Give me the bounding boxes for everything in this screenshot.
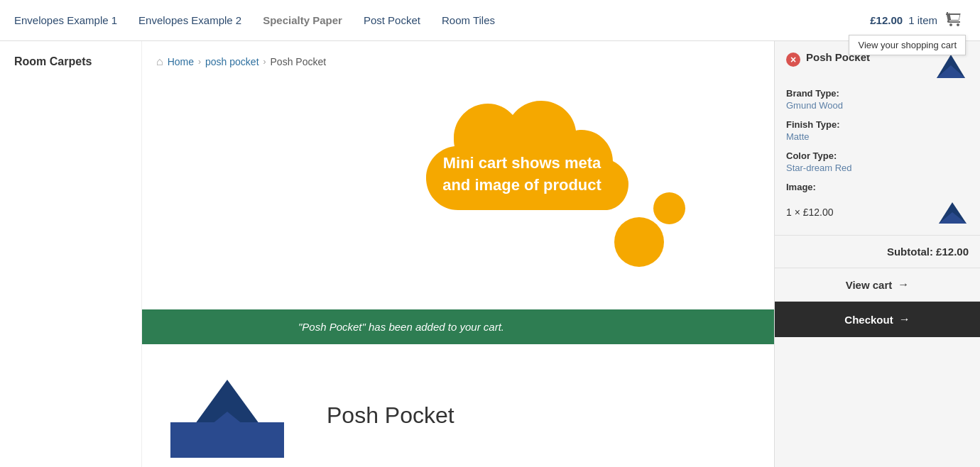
cart-icon-button[interactable] [943,8,966,33]
product-image-container [156,366,298,465]
main-layout: Room Carpets ⌂ Home › posh pocket › Posh… [0,41,980,467]
mini-cart-actions: View cart → Checkout → [775,268,980,337]
subtotal-label: Subtotal: [887,246,933,258]
sidebar-left: Room Carpets [0,41,142,467]
page-body: Room Carpets ⌂ Home › posh pocket › Posh… [0,41,774,467]
view-cart-label: View cart [846,279,893,291]
meta-color-row: Color Type: Star-dream Red [786,150,969,173]
meta-brand-label: Brand Type: [786,88,969,99]
nav-specialty-paper[interactable]: Specialty Paper [263,1,342,39]
breadcrumb-current: Posh Pocket [271,56,327,67]
sidebar-heading: Room Carpets [14,55,127,68]
cloud-shape: Mini cart shows meta and image of produc… [401,97,643,253]
meta-finish-value: Matte [786,131,969,142]
nav-envelopes2[interactable]: Envelopes Example 2 [138,1,241,39]
svg-rect-2 [170,422,284,458]
mini-cart-item-header: Posh Pocket [786,51,969,79]
meta-color-value: Star-dream Red [786,163,969,173]
breadcrumb-sep2: › [263,57,266,67]
checkout-label: Checkout [844,314,893,326]
cloud-text: Mini cart shows meta and image of produc… [430,153,614,197]
product-title: Posh Pocket [327,366,760,465]
top-nav: Envelopes Example 1 Envelopes Example 2 … [0,0,980,41]
checkout-arrow: → [899,313,910,326]
breadcrumb: ⌂ Home › posh pocket › Posh Pocket [142,41,774,75]
subtotal-value: £12.00 [936,246,969,258]
nav-room-tiles[interactable]: Room Tiles [442,1,495,39]
bubble-small [653,192,685,224]
cart-tooltip: View your shopping cart [849,35,966,55]
bubble-large [614,217,664,267]
cart-price[interactable]: £12.00 [870,14,903,26]
cart-icon [946,11,963,28]
cloud-container: Mini cart shows meta and image of produc… [373,97,671,281]
price-thumb [937,199,969,225]
checkout-button[interactable]: Checkout → [775,302,980,337]
cart-count: 1 item [908,14,937,26]
breadcrumb-home[interactable]: Home [168,56,194,67]
subtotal-row: Subtotal: £12.00 [775,236,980,268]
home-icon: ⌂ [156,55,163,68]
mini-cart-thumb [933,51,969,79]
meta-brand-row: Brand Type: Gmund Wood [786,88,969,111]
content-area: ⌂ Home › posh pocket › Posh Pocket Mini … [142,41,774,467]
mini-cart-panel: Posh Pocket Brand Type: Gmund Wood Finis… [774,41,980,467]
product-image [156,366,298,465]
mini-cart-remove-button[interactable] [786,53,800,67]
view-cart-button[interactable]: View cart → [775,268,980,302]
meta-finish-label: Finish Type: [786,119,969,130]
price-row: 1 × £12.00 [786,199,969,225]
mini-cart-item: Posh Pocket Brand Type: Gmund Wood Finis… [775,41,980,236]
meta-color-label: Color Type: [786,150,969,161]
image-label: Image: [786,182,969,192]
meta-brand-value: Gmund Wood [786,100,969,111]
price-text: 1 × £12.00 [786,207,834,218]
product-section: Posh Pocket [142,351,774,467]
breadcrumb-level2[interactable]: posh pocket [205,56,259,67]
breadcrumb-sep1: › [198,57,201,67]
meta-finish-row: Finish Type: Matte [786,119,969,142]
nav-envelopes1[interactable]: Envelopes Example 1 [14,1,117,39]
cart-area: £12.00 1 item View your shopping cart [870,8,966,33]
cloud-area: Mini cart shows meta and image of produc… [142,75,774,302]
view-cart-arrow: → [898,278,909,291]
cart-added-banner: "Posh Pocket" has been added to your car… [142,309,774,344]
nav-links: Envelopes Example 1 Envelopes Example 2 … [14,1,870,39]
nav-post-pocket[interactable]: Post Pocket [364,1,420,39]
